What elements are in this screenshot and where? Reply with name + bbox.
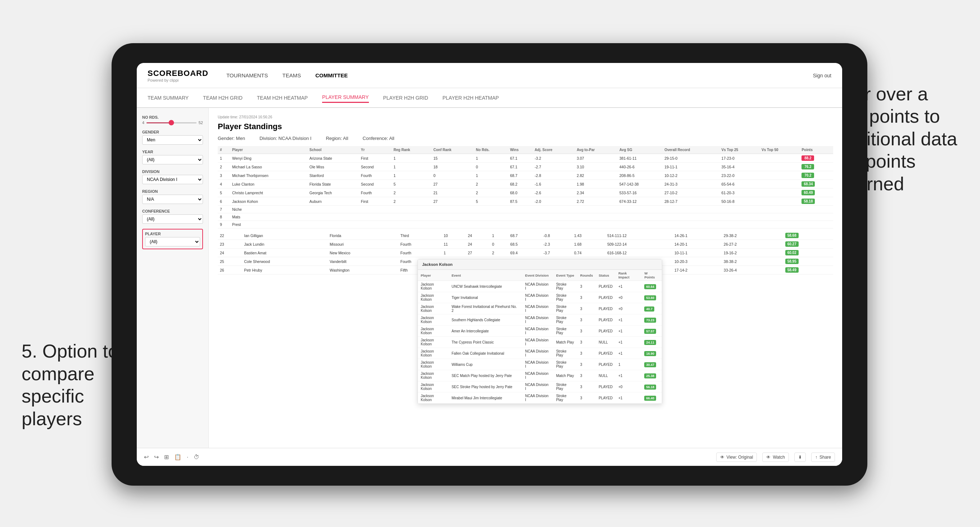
sidebar-division-select[interactable]: NCAA Division I (142, 175, 203, 184)
points-badge[interactable]: 58.49 (785, 267, 799, 273)
export-button[interactable]: ⬇ (794, 452, 806, 462)
cell-num: 26 (218, 266, 242, 275)
sidebar-conference-select[interactable]: (All) (142, 214, 203, 224)
popup-points-badge[interactable]: 40.7 (644, 306, 654, 311)
cell-reg-rank: 2 (391, 197, 431, 206)
cell-school (307, 213, 359, 221)
popup-points-badge[interactable]: 60.64 (644, 284, 656, 289)
cell-points[interactable] (799, 221, 833, 229)
no-rds-slider[interactable] (146, 122, 197, 124)
points-badge[interactable]: 68.34 (802, 181, 815, 187)
cell-record: 10-11-1 (672, 249, 722, 257)
player-popup: Jackson Kolson Player Event Event Divisi… (417, 259, 662, 404)
popup-points-badge[interactable]: 66.40 (644, 396, 656, 401)
undo-icon[interactable]: ↩ (144, 454, 149, 460)
cell-points[interactable]: 58.68 (783, 231, 833, 240)
popup-cell-status: PLAYED (596, 359, 616, 370)
cell-vs25: 50-16-8 (719, 197, 759, 206)
nav-committee[interactable]: COMMITTEE (315, 70, 348, 80)
no-rds-min: 4 (142, 121, 144, 125)
cell-adj: -2.8 (532, 171, 574, 180)
table-row: 1 Wenyi Ding Arizona State First 1 15 1 … (218, 154, 833, 163)
cell-vs25: 26-27-2 (722, 240, 771, 249)
cell-points[interactable]: 58.95 (783, 257, 833, 266)
cell-school: Ole Miss (307, 163, 359, 171)
paste-icon[interactable]: 📋 (174, 454, 181, 460)
sub-nav-team-summary[interactable]: TEAM SUMMARY (148, 93, 189, 103)
cell-player: Ian Gilligan (242, 231, 328, 240)
popup-cell-player: Jackson Kolson (418, 359, 449, 370)
points-badge[interactable]: 88.2 (802, 156, 814, 161)
nav-tournaments[interactable]: TOURNAMENTS (226, 70, 268, 80)
view-original-button[interactable]: 👁 View: Original (716, 452, 757, 462)
popup-cell-status: PLAYED (596, 303, 616, 314)
popup-points-badge[interactable]: 16.90 (644, 351, 656, 356)
cell-points[interactable]: 60.02 (783, 249, 833, 257)
points-badge[interactable]: 58.68 (785, 233, 799, 238)
popup-cell-rounds: 3 (577, 392, 596, 403)
cell-points[interactable] (799, 206, 833, 213)
cell-points[interactable]: 70.2 (799, 171, 833, 180)
cell-yr: Second (359, 163, 391, 171)
points-badge[interactable]: 60.49 (802, 190, 815, 195)
col-vs50: Vs Top 50 (759, 146, 799, 154)
timer-icon[interactable]: ⏱ (194, 454, 199, 460)
cell-points[interactable]: 60.49 (799, 189, 833, 197)
popup-cell-rank: +0 (616, 303, 641, 314)
popup-cell-rank: +1 (616, 337, 641, 348)
popup-cell-type: Stroke Play (553, 281, 577, 292)
cell-school: Florida State (307, 180, 359, 189)
popup-cell-type: Match Play (553, 337, 577, 348)
cell-points[interactable]: 68.34 (799, 180, 833, 189)
points-badge[interactable]: 58.95 (785, 259, 799, 264)
sub-nav-player-h2h-grid[interactable]: PLAYER H2H GRID (383, 93, 428, 103)
popup-points-badge[interactable]: 56.18 (644, 384, 656, 390)
cell-points[interactable]: 60.27 (783, 240, 833, 249)
cell-to-par: 1.98 (574, 180, 617, 189)
nav-teams[interactable]: TEAMS (282, 70, 301, 80)
sidebar-player-select[interactable]: (All) (145, 237, 200, 246)
popup-points-badge[interactable]: 30.47 (644, 362, 656, 367)
cell-conf-rank: 24 (466, 231, 490, 240)
cell-num: 3 (218, 171, 230, 180)
popup-points-badge[interactable]: 25.38 (644, 373, 656, 378)
points-badge[interactable]: 58.18 (802, 198, 815, 204)
redo-icon[interactable]: ↪ (154, 454, 159, 460)
popup-row: Jackson Kolson Fallen Oak Collegiate Inv… (418, 348, 662, 359)
cell-points[interactable]: 88.2 (799, 154, 833, 163)
sub-nav-player-h2h-heatmap[interactable]: PLAYER H2H HEATMAP (443, 93, 499, 103)
popup-points-badge[interactable]: 73.23 (644, 317, 656, 323)
cell-conf-rank (431, 206, 474, 213)
sidebar-year-select[interactable]: (All) (142, 155, 203, 164)
cell-points[interactable]: 76.2 (799, 163, 833, 171)
sidebar-no-rds: No Rds. 4 52 (142, 115, 203, 125)
popup-row: Jackson Kolson Southern Highlands Colleg… (418, 314, 662, 325)
popup-cell-wpoints: 60.64 (641, 281, 662, 292)
sidebar-gender-select[interactable]: Men (142, 135, 203, 144)
copy-icon[interactable]: ⊞ (164, 454, 169, 460)
cell-vs50 (759, 213, 799, 221)
popup-cell-status: PLAYED (596, 281, 616, 292)
points-badge[interactable]: 76.2 (802, 164, 814, 170)
popup-cell-wpoints: 73.23 (641, 314, 662, 325)
sub-nav-team-h2h-grid[interactable]: TEAM H2H GRID (203, 93, 243, 103)
sub-nav-team-h2h-heatmap[interactable]: TEAM H2H HEATMAP (257, 93, 308, 103)
popup-points-badge[interactable]: 57.57 (644, 329, 656, 334)
share-button[interactable]: ↑ Share (811, 452, 835, 462)
sidebar-region-select[interactable]: N/A (142, 195, 203, 204)
sign-out-button[interactable]: Sign out (813, 73, 831, 78)
cell-num: 1 (218, 154, 230, 163)
cell-points[interactable] (799, 213, 833, 221)
lower-table-row: 24 Bastien Amat New Mexico Fourth 1 27 2… (218, 249, 833, 257)
cell-points[interactable]: 58.18 (799, 197, 833, 206)
cell-record: 19-11-1 (662, 163, 719, 171)
sub-nav-player-summary[interactable]: PLAYER SUMMARY (322, 92, 369, 103)
points-badge[interactable]: 60.27 (785, 241, 799, 247)
points-badge[interactable]: 60.02 (785, 250, 799, 256)
popup-points-badge[interactable]: 24.11 (644, 340, 656, 345)
nav-items: TOURNAMENTS TEAMS COMMITTEE (226, 70, 813, 80)
watch-button[interactable]: 👁 Watch (762, 452, 789, 462)
popup-points-badge[interactable]: 53.60 (644, 295, 656, 300)
points-badge[interactable]: 70.2 (802, 173, 814, 178)
cell-points[interactable]: 58.49 (783, 266, 833, 275)
